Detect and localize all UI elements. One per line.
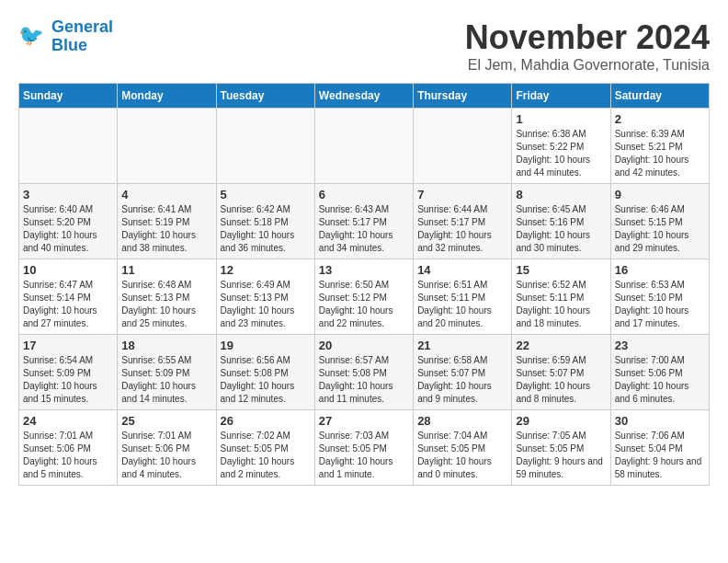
day-info: Sunrise: 7:02 AMSunset: 5:05 PMDaylight:… [221, 430, 311, 481]
calendar-cell: 9Sunrise: 6:46 AMSunset: 5:15 PMDaylight… [610, 184, 709, 259]
calendar-cell: 19Sunrise: 6:56 AMSunset: 5:08 PMDayligh… [216, 335, 314, 410]
day-number: 11 [121, 263, 211, 277]
title-area: November 2024 El Jem, Mahdia Governorate… [465, 18, 710, 74]
day-info: Sunrise: 6:44 AMSunset: 5:17 PMDaylight:… [417, 203, 507, 255]
calendar-week-3: 10Sunrise: 6:47 AMSunset: 5:14 PMDayligh… [19, 259, 710, 335]
day-info: Sunrise: 6:48 AMSunset: 5:13 PMDaylight:… [121, 279, 211, 330]
day-info: Sunrise: 6:39 AMSunset: 5:21 PMDaylight:… [615, 128, 705, 179]
day-info: Sunrise: 7:05 AMSunset: 5:05 PMDaylight:… [516, 430, 606, 481]
day-number: 1 [516, 112, 606, 126]
day-info: Sunrise: 6:57 AMSunset: 5:08 PMDaylight:… [319, 354, 409, 406]
day-info: Sunrise: 6:41 AMSunset: 5:19 PMDaylight:… [121, 203, 211, 255]
calendar-cell: 21Sunrise: 6:58 AMSunset: 5:07 PMDayligh… [414, 335, 512, 410]
month-title: November 2024 [465, 18, 710, 57]
day-info: Sunrise: 6:58 AMSunset: 5:07 PMDaylight:… [417, 354, 507, 406]
calendar-cell: 25Sunrise: 7:01 AMSunset: 5:06 PMDayligh… [118, 410, 216, 486]
calendar-cell: 14Sunrise: 6:51 AMSunset: 5:11 PMDayligh… [414, 259, 512, 335]
calendar-cell: 16Sunrise: 6:53 AMSunset: 5:10 PMDayligh… [610, 259, 709, 335]
day-number: 29 [516, 414, 606, 428]
header: 🐦 General Blue November 2024 El Jem, Mah… [18, 18, 710, 74]
day-info: Sunrise: 6:43 AMSunset: 5:17 PMDaylight:… [319, 203, 409, 255]
day-info: Sunrise: 7:03 AMSunset: 5:05 PMDaylight:… [319, 430, 409, 481]
day-number: 16 [615, 263, 705, 277]
calendar-cell: 27Sunrise: 7:03 AMSunset: 5:05 PMDayligh… [314, 410, 413, 486]
day-number: 10 [23, 263, 113, 277]
calendar-cell: 6Sunrise: 6:43 AMSunset: 5:17 PMDaylight… [314, 184, 413, 259]
day-number: 30 [615, 414, 705, 428]
calendar-cell: 3Sunrise: 6:40 AMSunset: 5:20 PMDaylight… [19, 184, 118, 259]
day-number: 12 [221, 263, 311, 277]
logo-blue: Blue [51, 37, 113, 55]
calendar-cell: 20Sunrise: 6:57 AMSunset: 5:08 PMDayligh… [314, 335, 413, 410]
day-info: Sunrise: 6:51 AMSunset: 5:11 PMDaylight:… [417, 279, 507, 330]
logo-icon: 🐦 [18, 22, 48, 52]
calendar-cell: 23Sunrise: 7:00 AMSunset: 5:06 PMDayligh… [610, 335, 709, 410]
day-number: 4 [121, 188, 211, 201]
day-number: 15 [516, 263, 606, 277]
calendar-cell [118, 109, 216, 184]
day-info: Sunrise: 6:52 AMSunset: 5:11 PMDaylight:… [516, 279, 606, 330]
day-number: 27 [319, 414, 409, 428]
day-info: Sunrise: 6:56 AMSunset: 5:08 PMDaylight:… [221, 354, 311, 406]
day-number: 8 [516, 188, 606, 201]
calendar-cell: 8Sunrise: 6:45 AMSunset: 5:16 PMDaylight… [512, 184, 610, 259]
calendar-cell [314, 109, 413, 184]
calendar-cell: 13Sunrise: 6:50 AMSunset: 5:12 PMDayligh… [314, 259, 413, 335]
calendar-cell: 30Sunrise: 7:06 AMSunset: 5:04 PMDayligh… [610, 410, 709, 486]
calendar-cell: 2Sunrise: 6:39 AMSunset: 5:21 PMDaylight… [610, 109, 709, 184]
weekday-header-wednesday: Wednesday [314, 84, 413, 109]
day-info: Sunrise: 7:00 AMSunset: 5:06 PMDaylight:… [615, 354, 705, 406]
calendar-cell [19, 109, 118, 184]
weekday-header-sunday: Sunday [19, 84, 118, 109]
day-info: Sunrise: 7:06 AMSunset: 5:04 PMDaylight:… [615, 430, 705, 481]
day-number: 17 [23, 339, 113, 352]
day-info: Sunrise: 6:38 AMSunset: 5:22 PMDaylight:… [516, 128, 606, 179]
day-info: Sunrise: 7:01 AMSunset: 5:06 PMDaylight:… [23, 430, 113, 481]
weekday-header-saturday: Saturday [610, 84, 709, 109]
day-info: Sunrise: 6:42 AMSunset: 5:18 PMDaylight:… [221, 203, 311, 255]
calendar-cell: 26Sunrise: 7:02 AMSunset: 5:05 PMDayligh… [216, 410, 314, 486]
day-info: Sunrise: 6:40 AMSunset: 5:20 PMDaylight:… [23, 203, 113, 255]
calendar-cell [216, 109, 314, 184]
calendar-cell: 11Sunrise: 6:48 AMSunset: 5:13 PMDayligh… [118, 259, 216, 335]
day-number: 26 [221, 414, 311, 428]
day-number: 18 [121, 339, 211, 352]
calendar-cell: 1Sunrise: 6:38 AMSunset: 5:22 PMDaylight… [512, 109, 610, 184]
day-number: 14 [417, 263, 507, 277]
day-number: 5 [221, 188, 311, 201]
day-number: 9 [615, 188, 705, 201]
day-info: Sunrise: 6:54 AMSunset: 5:09 PMDaylight:… [23, 354, 113, 406]
day-info: Sunrise: 6:45 AMSunset: 5:16 PMDaylight:… [516, 203, 606, 255]
logo-general: General [51, 17, 113, 36]
day-number: 2 [615, 112, 705, 126]
calendar-cell: 10Sunrise: 6:47 AMSunset: 5:14 PMDayligh… [19, 259, 118, 335]
day-number: 22 [516, 339, 606, 352]
calendar-week-1: 1Sunrise: 6:38 AMSunset: 5:22 PMDaylight… [19, 109, 710, 184]
calendar-cell: 29Sunrise: 7:05 AMSunset: 5:05 PMDayligh… [512, 410, 610, 486]
weekday-header-friday: Friday [512, 84, 610, 109]
day-number: 3 [23, 188, 113, 201]
logo-text: General Blue [51, 18, 113, 55]
location-subtitle: El Jem, Mahdia Governorate, Tunisia [465, 57, 710, 74]
day-number: 6 [319, 188, 409, 201]
calendar-cell: 7Sunrise: 6:44 AMSunset: 5:17 PMDaylight… [414, 184, 512, 259]
day-number: 7 [417, 188, 507, 201]
day-number: 23 [615, 339, 705, 352]
day-number: 28 [417, 414, 507, 428]
calendar-cell: 18Sunrise: 6:55 AMSunset: 5:09 PMDayligh… [118, 335, 216, 410]
weekday-header-monday: Monday [118, 84, 216, 109]
weekday-header-tuesday: Tuesday [216, 84, 314, 109]
day-info: Sunrise: 6:47 AMSunset: 5:14 PMDaylight:… [23, 279, 113, 330]
calendar-cell: 15Sunrise: 6:52 AMSunset: 5:11 PMDayligh… [512, 259, 610, 335]
calendar-table: SundayMondayTuesdayWednesdayThursdayFrid… [18, 83, 710, 486]
calendar-cell [414, 109, 512, 184]
day-info: Sunrise: 7:01 AMSunset: 5:06 PMDaylight:… [121, 430, 211, 481]
day-info: Sunrise: 6:53 AMSunset: 5:10 PMDaylight:… [615, 279, 705, 330]
calendar-cell: 5Sunrise: 6:42 AMSunset: 5:18 PMDaylight… [216, 184, 314, 259]
calendar-cell: 22Sunrise: 6:59 AMSunset: 5:07 PMDayligh… [512, 335, 610, 410]
day-info: Sunrise: 7:04 AMSunset: 5:05 PMDaylight:… [417, 430, 507, 481]
day-info: Sunrise: 6:50 AMSunset: 5:12 PMDaylight:… [319, 279, 409, 330]
day-number: 21 [417, 339, 507, 352]
weekday-header-thursday: Thursday [414, 84, 512, 109]
day-number: 24 [23, 414, 113, 428]
